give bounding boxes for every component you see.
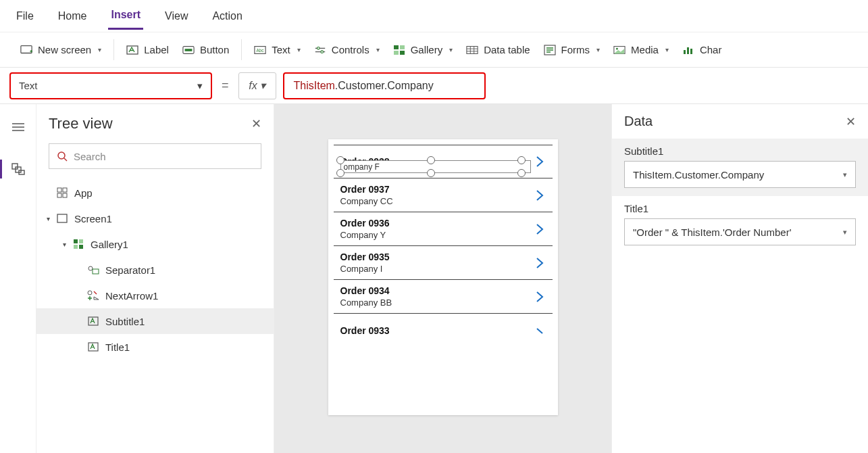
selection-handle[interactable] <box>336 156 344 164</box>
canvas[interactable]: Order 0938 ompany F Order 0937 Compan <box>274 104 611 453</box>
next-arrow-icon[interactable] <box>531 223 548 235</box>
data-field-dropdown[interactable]: "Order " & ThisItem.'Order Number' ▾ <box>624 218 856 245</box>
chevron-down-icon: ▾ <box>449 46 453 53</box>
formula-input[interactable]: ThisItem.Customer.Company <box>283 72 486 99</box>
selection-handle[interactable] <box>517 169 526 177</box>
controls-button[interactable]: Controls ▾ <box>314 44 380 56</box>
media-icon <box>613 44 626 56</box>
data-field-title1: Title1 "Order " & ThisItem.'Order Number… <box>612 196 868 254</box>
gallery-button[interactable]: Gallery ▾ <box>393 44 453 56</box>
label-icon <box>126 44 138 56</box>
close-icon[interactable]: ✕ <box>251 116 261 131</box>
svg-point-34 <box>88 291 92 295</box>
media-label: Media <box>631 44 659 55</box>
selection-handle[interactable] <box>517 156 526 164</box>
media-button[interactable]: Media ▾ <box>613 44 669 56</box>
selection-handle[interactable] <box>427 156 435 164</box>
data-field-name: Title1 <box>624 203 856 214</box>
svg-rect-9 <box>400 45 405 49</box>
forms-icon <box>544 44 556 56</box>
tree-node-screen1[interactable]: ▾ Screen1 <box>36 206 274 231</box>
menu-insert[interactable]: Insert <box>108 2 143 30</box>
next-arrow-icon[interactable] <box>531 189 548 201</box>
tree-node-title1[interactable]: Title1 <box>36 334 274 360</box>
gallery-item[interactable]: Order 0936 Company Y <box>334 212 553 246</box>
rail-tree-view[interactable] <box>5 156 32 183</box>
svg-rect-27 <box>57 214 67 222</box>
new-screen-icon <box>20 44 32 56</box>
svg-rect-0 <box>21 45 32 53</box>
fx-button[interactable]: fx ▾ <box>238 72 276 99</box>
app-icon <box>55 186 69 199</box>
gallery-item[interactable]: Order 0933 <box>334 314 553 348</box>
svg-rect-20 <box>16 167 21 172</box>
forms-button[interactable]: Forms ▾ <box>544 44 601 56</box>
tree-view-title: Tree view <box>49 115 113 133</box>
next-arrow-icon[interactable] <box>531 291 548 303</box>
gallery-item-title: Order 0936 <box>340 218 531 229</box>
tree-node-label: Subtitle1 <box>105 316 145 327</box>
gallery-item-title: Order 0937 <box>340 184 531 195</box>
gallery-item[interactable]: Order 0937 Company CC <box>334 178 553 212</box>
data-field-dropdown[interactable]: ThisItem.Customer.Company ▾ <box>624 161 856 188</box>
gallery-item-subtitle: Company CC <box>340 196 531 206</box>
svg-text:Abc: Abc <box>257 47 264 52</box>
svg-rect-18 <box>690 49 692 54</box>
tree-node-gallery1[interactable]: ▾ Gallery1 <box>36 231 274 257</box>
button-icon <box>182 44 195 56</box>
button-text: Button <box>200 44 229 55</box>
selection-handle[interactable] <box>427 169 435 177</box>
svg-rect-30 <box>74 245 78 249</box>
svg-rect-26 <box>63 193 67 197</box>
chart-button[interactable]: Char <box>682 44 722 56</box>
new-screen-button[interactable]: New screen ▾ <box>20 44 101 56</box>
tree-node-app[interactable]: App <box>36 180 274 206</box>
gallery-item[interactable]: Order 0935 Company I <box>334 246 553 280</box>
chevron-down-icon: ▾ <box>98 46 101 53</box>
menu-file[interactable]: File <box>14 3 36 29</box>
tree-view-panel: Tree view ✕ Search App ▾ <box>36 104 274 453</box>
svg-rect-16 <box>684 50 686 54</box>
tree-node-label: Separator1 <box>105 264 155 276</box>
selection-handle[interactable] <box>336 169 344 177</box>
svg-rect-28 <box>74 239 78 243</box>
label-icon <box>86 314 100 328</box>
svg-rect-33 <box>93 269 99 274</box>
chevron-down-icon: ▾ <box>297 46 301 53</box>
chevron-down-icon: ▾ <box>843 228 847 237</box>
gallery-item[interactable]: Order 0938 ompany F <box>334 145 553 178</box>
subtitle-selected-box[interactable]: ompany F <box>340 160 531 173</box>
tree-node-nextarrow1[interactable]: NextArrow1 <box>36 283 274 308</box>
svg-point-7 <box>321 50 324 53</box>
next-arrow-icon[interactable] <box>531 156 548 168</box>
menu-home[interactable]: Home <box>55 3 90 29</box>
next-arrow-icon[interactable] <box>531 257 548 269</box>
text-icon: Abc <box>254 44 266 56</box>
subtitle-selected-text: ompany F <box>344 162 380 172</box>
tree-node-subtitle1[interactable]: Subtitle1 <box>36 308 274 334</box>
svg-rect-8 <box>394 45 399 49</box>
data-table-button[interactable]: Data table <box>466 44 530 56</box>
menu-action[interactable]: Action <box>209 3 245 29</box>
text-button[interactable]: Abc Text ▾ <box>254 44 301 56</box>
close-icon[interactable]: ✕ <box>846 114 856 129</box>
button-button[interactable]: Button <box>182 44 229 56</box>
tree-node-separator1[interactable]: Separator1 <box>36 257 274 283</box>
device-preview: Order 0938 ompany F Order 0937 Compan <box>328 139 558 415</box>
rail-hamburger[interactable] <box>5 114 32 141</box>
data-field-value: "Order " & ThisItem.'Order Number' <box>633 226 792 238</box>
text-label: Text <box>272 44 290 55</box>
controls-label: Controls <box>332 44 369 55</box>
search-icon <box>56 150 68 162</box>
formula-token-thisitem: ThisItem <box>294 80 335 92</box>
gallery-item-title: Order 0934 <box>340 285 531 296</box>
next-arrow-icon[interactable] <box>531 327 548 334</box>
gallery-item[interactable]: Order 0934 Company BB <box>334 280 553 314</box>
property-selector[interactable]: Text ▾ <box>9 72 212 99</box>
label-button[interactable]: Label <box>126 44 169 56</box>
svg-rect-12 <box>467 46 478 53</box>
menu-view[interactable]: View <box>162 3 190 29</box>
data-table-label: Data table <box>484 44 530 55</box>
gallery-label: Gallery <box>411 44 443 55</box>
tree-search-input[interactable]: Search <box>49 143 261 169</box>
